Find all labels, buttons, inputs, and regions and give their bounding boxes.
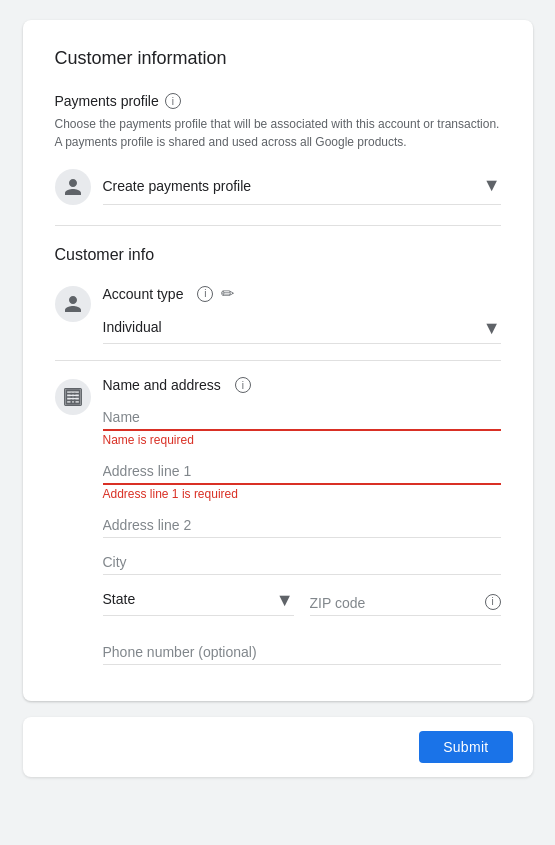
phone-field-wrapper: [103, 636, 501, 665]
profile-dropdown-label: Create payments profile: [103, 178, 252, 194]
account-type-label: Account type: [103, 286, 184, 302]
customer-info-section: Customer info Account type i ✏: [55, 246, 501, 673]
page-wrapper: Customer information Payments profile i …: [0, 20, 555, 845]
zip-field-wrapper: i: [310, 587, 501, 616]
payments-profile-header: Payments profile i: [55, 93, 501, 109]
payments-profile-icon: [55, 169, 91, 205]
name-and-address-header: Name and address i: [103, 377, 501, 393]
address1-input[interactable]: [103, 455, 501, 485]
footer-bar: Submit: [23, 717, 533, 777]
name-input[interactable]: [103, 401, 501, 431]
account-type-edit-icon[interactable]: ✏: [221, 284, 234, 303]
payments-profile-row: Create payments profile ▼: [55, 167, 501, 205]
city-input[interactable]: [103, 546, 501, 575]
payments-profile-info-icon[interactable]: i: [165, 93, 181, 109]
chevron-down-icon: ▼: [483, 175, 501, 196]
payments-profile-content: Create payments profile ▼: [103, 167, 501, 205]
zip-info-icon[interactable]: i: [485, 594, 501, 610]
address1-field-wrapper: Address line 1 is required: [103, 455, 501, 501]
payments-profile-section: Payments profile i Choose the payments p…: [55, 93, 501, 205]
name-error-text: Name is required: [103, 433, 501, 447]
customer-info-title: Customer info: [55, 246, 501, 264]
state-select-wrapper: State ▼: [103, 583, 294, 616]
name-and-address-row: Name and address i Name is required Addr…: [55, 377, 501, 673]
main-card: Customer information Payments profile i …: [23, 20, 533, 701]
person-icon: [63, 177, 83, 197]
address2-field-wrapper: [103, 509, 501, 538]
payments-profile-description: Choose the payments profile that will be…: [55, 115, 501, 151]
submit-button[interactable]: Submit: [419, 731, 512, 763]
name-and-address-icon: [55, 379, 91, 415]
name-and-address-label: Name and address: [103, 377, 221, 393]
account-type-content: Account type i ✏ Individual Business ▼: [103, 284, 501, 344]
section-divider: [55, 225, 501, 226]
name-field-wrapper: Name is required: [103, 401, 501, 447]
page-title: Customer information: [55, 48, 501, 69]
create-payments-profile-dropdown[interactable]: Create payments profile ▼: [103, 167, 501, 205]
account-type-header: Account type i ✏: [103, 284, 501, 303]
account-type-icon: [55, 286, 91, 322]
payments-profile-title: Payments profile: [55, 93, 159, 109]
account-type-row: Account type i ✏ Individual Business ▼: [55, 284, 501, 344]
account-type-select[interactable]: Individual Business: [103, 311, 501, 344]
state-field-wrapper: State ▼: [103, 583, 294, 616]
building-icon: [63, 387, 83, 407]
name-and-address-info-icon[interactable]: i: [235, 377, 251, 393]
state-select[interactable]: State: [103, 583, 294, 616]
name-and-address-content: Name and address i Name is required Addr…: [103, 377, 501, 673]
account-type-select-wrapper: Individual Business ▼: [103, 311, 501, 344]
zip-input[interactable]: [310, 587, 501, 616]
inner-divider: [55, 360, 501, 361]
address1-error-text: Address line 1 is required: [103, 487, 501, 501]
account-type-info-icon[interactable]: i: [197, 286, 213, 302]
address2-input[interactable]: [103, 509, 501, 538]
person-icon-2: [63, 294, 83, 314]
phone-input[interactable]: [103, 636, 501, 665]
state-zip-row: State ▼ i: [103, 583, 501, 624]
city-field-wrapper: [103, 546, 501, 575]
